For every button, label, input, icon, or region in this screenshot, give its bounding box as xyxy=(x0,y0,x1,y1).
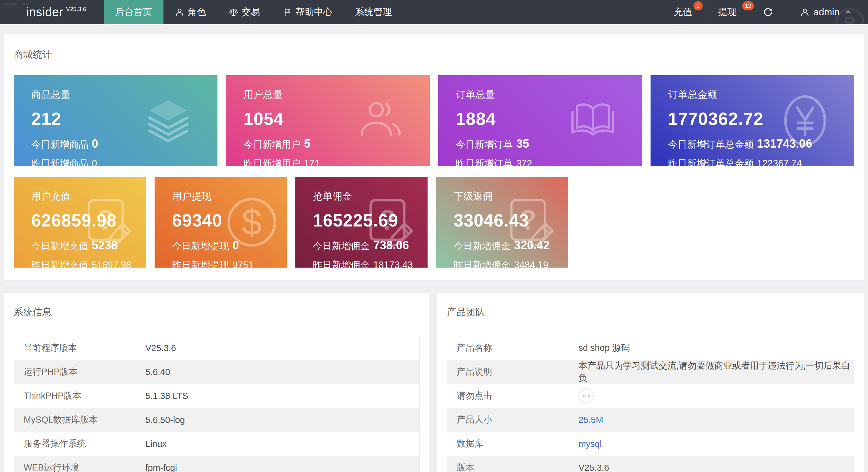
withdraw-badge: 12 xyxy=(742,1,753,10)
table-row: MySQL数据库版本 5.6.50-log xyxy=(14,408,419,432)
yesterday-value: 171 xyxy=(304,158,320,166)
stat-card-grab-commission: 抢单佣金 165225.69 今日新增佣金738.06 昨日新增佣金18173.… xyxy=(296,177,428,268)
withdraw-label: 提现 xyxy=(718,6,737,19)
recharge-badge: 1 xyxy=(693,1,703,10)
card-title: 订单总量 xyxy=(456,88,642,101)
card-today-line: 今日新增订单35 xyxy=(456,137,642,151)
nav-tab-transactions[interactable]: 交易 xyxy=(217,0,272,24)
today-label: 今日新增订单 xyxy=(456,139,513,150)
card-today-line: 今日新增佣金738.06 xyxy=(313,239,428,253)
card-yesterday-line: 昨日新增提现9751 xyxy=(172,259,287,268)
yesterday-label: 昨日新增佣金 xyxy=(313,260,370,268)
top-navbar: myppp.top insider V25.3.6 后台首页 角色 交易 帮助中… xyxy=(0,0,868,24)
chevron-up-icon xyxy=(844,8,852,16)
nav-tab-roles[interactable]: 角色 xyxy=(163,0,217,24)
card-yesterday-line: 昨日新增订单372 xyxy=(456,157,642,166)
username: admin xyxy=(814,7,839,18)
row-value: 5.1.38 LTS xyxy=(145,391,419,401)
today-value: 5 xyxy=(304,137,310,150)
card-yesterday-line: 昨日新增佣金3484.19 xyxy=(454,259,568,268)
row-value: 5.6.50-log xyxy=(145,415,419,425)
page-watermark: myppp.top xyxy=(2,1,29,6)
card-title: 抢单佣金 xyxy=(313,190,428,203)
person-icon xyxy=(800,7,810,17)
database-link[interactable]: mysql xyxy=(579,439,854,449)
section-title-mall-stats: 商城统计 xyxy=(14,48,854,61)
nav-tab-label: 交易 xyxy=(242,6,260,19)
today-label: 今日新增佣金 xyxy=(313,241,370,252)
card-title: 用户总量 xyxy=(244,88,430,101)
table-row: 运行PHP版本 5.6.40 xyxy=(14,360,419,384)
stat-card-goods-total: 商品总量 212 今日新增商品0 昨日新增商品0 xyxy=(14,75,217,166)
row-label: MySQL数据库版本 xyxy=(14,414,145,426)
table-row: 数据库 mysql xyxy=(447,432,854,456)
row-value: V25.3.6 xyxy=(145,343,419,353)
product-size-link[interactable]: 25.5M xyxy=(579,415,854,425)
card-value: 1884 xyxy=(456,109,642,129)
row-label: 版本 xyxy=(447,462,579,472)
card-value: 69340 xyxy=(172,210,287,231)
nav-tab-dashboard[interactable]: 后台首页 xyxy=(104,0,163,24)
stat-card-users-total: 用户总量 1054 今日新增用户5 昨日新增用户171 xyxy=(226,75,430,166)
table-row: 产品名称 sd shop 源码 xyxy=(447,336,854,360)
yesterday-label: 昨日新增订单 xyxy=(456,158,513,166)
card-yesterday-line: 昨日新增用户171 xyxy=(244,157,430,166)
today-value: 35 xyxy=(516,137,529,150)
row-value: 本产品只为学习测试交流,请勿要做商业或者用于违法行为,一切后果自负 xyxy=(579,360,854,384)
404-badge[interactable]: 404 xyxy=(579,388,594,404)
card-title: 商品总量 xyxy=(31,88,217,101)
table-row: 产品说明 本产品只为学习测试交流,请勿要做商业或者用于违法行为,一切后果自负 xyxy=(447,360,854,384)
stat-card-orders-total: 订单总量 1884 今日新增订单35 昨日新增订单372 xyxy=(438,75,642,166)
flag-icon xyxy=(283,7,292,17)
scale-icon xyxy=(229,7,238,17)
card-today-line: 今日新增商品0 xyxy=(31,137,217,151)
row-value: sd shop 源码 xyxy=(579,342,854,354)
table-row: 请勿点击 404 xyxy=(447,384,854,408)
row-value: 404 xyxy=(579,388,854,404)
navbar-actions: 充值 1 提现 12 admin R xyxy=(661,0,868,24)
recharge-button[interactable]: 充值 1 xyxy=(661,0,705,24)
nav-tab-help-center[interactable]: 帮助中心 xyxy=(272,0,344,24)
stat-card-order-amount-total: 订单总金额 1770362.72 今日新增订单总金额131743.06 昨日新增… xyxy=(651,75,854,166)
nav-tab-system-management[interactable]: 系统管理 xyxy=(344,0,403,24)
row-value: 5.6.40 xyxy=(145,367,419,377)
today-label: 今日新增佣金 xyxy=(454,241,511,252)
card-yesterday-line: 昨日新增佣金18173.43 xyxy=(313,259,428,268)
yesterday-value: 51697.98 xyxy=(92,260,131,268)
yesterday-label: 昨日新增用户 xyxy=(244,158,301,166)
stats-cards-row-1: 商品总量 212 今日新增商品0 昨日新增商品0 用户总量 1054 今日新增用… xyxy=(14,75,854,166)
product-team-table: 产品名称 sd shop 源码 产品说明 本产品只为学习测试交流,请勿要做商业或… xyxy=(447,336,854,472)
today-value: 320.42 xyxy=(514,239,550,252)
card-title: 用户提现 xyxy=(172,190,287,203)
today-label: 今日新增充值 xyxy=(31,241,88,252)
yesterday-label: 昨日新增提现 xyxy=(172,260,229,268)
row-label: 产品名称 xyxy=(447,342,579,354)
card-yesterday-line: 昨日新增订单总金额122367.74 xyxy=(668,157,854,166)
card-today-line: 今日新增提现0 xyxy=(172,239,287,253)
system-info-table: 当前程序版本 V25.3.6 运行PHP版本 5.6.40 ThinkPHP版本… xyxy=(14,336,420,472)
refresh-button[interactable] xyxy=(750,0,786,24)
nav-tab-label: 帮助中心 xyxy=(296,6,333,19)
row-value: V25.3.6 xyxy=(579,463,854,472)
card-today-line: 今日新增佣金320.42 xyxy=(454,239,568,253)
yesterday-value: 18173.43 xyxy=(373,260,413,268)
row-label: 请勿点击 xyxy=(447,390,579,402)
card-value: 1054 xyxy=(244,109,430,129)
today-label: 今日新增用户 xyxy=(244,139,301,150)
user-menu[interactable]: admin xyxy=(786,0,868,24)
refresh-icon xyxy=(763,7,773,18)
nav-tab-label: 系统管理 xyxy=(355,6,392,19)
row-value: fpm-fcgi xyxy=(145,463,419,472)
withdraw-button[interactable]: 提现 12 xyxy=(705,0,750,24)
card-value: 212 xyxy=(31,109,217,129)
card-title: 用户充值 xyxy=(31,190,146,203)
yesterday-value: 0 xyxy=(92,158,97,166)
table-row: 产品大小 25.5M xyxy=(447,408,854,432)
card-today-line: 今日新增用户5 xyxy=(244,137,430,151)
yesterday-value: 3484.19 xyxy=(514,260,549,268)
row-label: 产品说明 xyxy=(447,366,579,378)
card-value: 165225.69 xyxy=(313,210,428,231)
mall-stats-panel: 商城统计 商品总量 212 今日新增商品0 昨日新增商品0 用户总量 1054 … xyxy=(4,34,864,280)
stat-card-sub-rebate: 下级返佣 33046.43 今日新增佣金320.42 昨日新增佣金3484.19… xyxy=(436,177,568,268)
today-label: 今日新增商品 xyxy=(31,139,88,150)
